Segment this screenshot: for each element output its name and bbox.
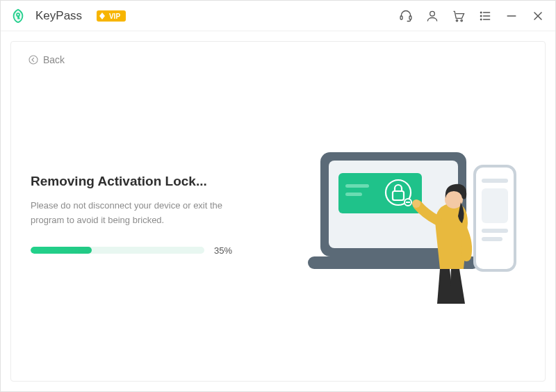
progress-subtext: Please do not disconnect your device or … — [31, 199, 225, 227]
close-icon[interactable] — [530, 8, 546, 24]
svg-rect-23 — [482, 179, 508, 183]
user-icon[interactable] — [425, 8, 440, 24]
minimize-icon[interactable] — [504, 8, 519, 24]
titlebar-left: KeyPass VIP — [10, 8, 126, 24]
progress-panel: Removing Activation Lock... Please do no… — [31, 174, 253, 255]
svg-rect-28 — [345, 184, 369, 188]
content-body: Removing Activation Lock... Please do no… — [28, 68, 528, 361]
progress-fill — [31, 247, 92, 254]
titlebar: KeyPass VIP — [1, 1, 555, 31]
app-logo — [10, 8, 26, 24]
app-window: KeyPass VIP — [0, 0, 556, 392]
svg-rect-25 — [482, 229, 508, 233]
cart-icon[interactable] — [451, 8, 466, 24]
headset-icon[interactable] — [398, 8, 414, 24]
svg-point-16 — [29, 56, 38, 64]
svg-point-9 — [480, 15, 482, 17]
progress-heading: Removing Activation Lock... — [31, 174, 253, 189]
svg-point-5 — [456, 19, 457, 21]
svg-point-7 — [480, 12, 482, 13]
progress-percent: 35% — [214, 245, 232, 256]
vip-badge[interactable]: VIP — [96, 9, 126, 23]
back-label: Back — [43, 54, 65, 65]
svg-point-6 — [461, 19, 462, 21]
titlebar-right — [398, 8, 546, 24]
back-button[interactable]: Back — [28, 54, 65, 65]
svg-rect-26 — [482, 237, 502, 241]
svg-rect-24 — [482, 188, 508, 223]
progress-row: 35% — [31, 245, 253, 256]
app-name: KeyPass — [35, 9, 82, 23]
menu-icon[interactable] — [477, 8, 493, 24]
svg-point-34 — [412, 199, 420, 208]
svg-rect-29 — [345, 193, 362, 196]
svg-text:VIP: VIP — [109, 13, 120, 20]
lock-card-icon — [338, 173, 422, 213]
svg-point-4 — [430, 11, 435, 16]
illustration — [289, 124, 525, 305]
svg-point-11 — [480, 19, 482, 20]
progress-bar — [31, 247, 204, 254]
content-card: Back Removing Activation Lock... Please … — [10, 41, 546, 382]
